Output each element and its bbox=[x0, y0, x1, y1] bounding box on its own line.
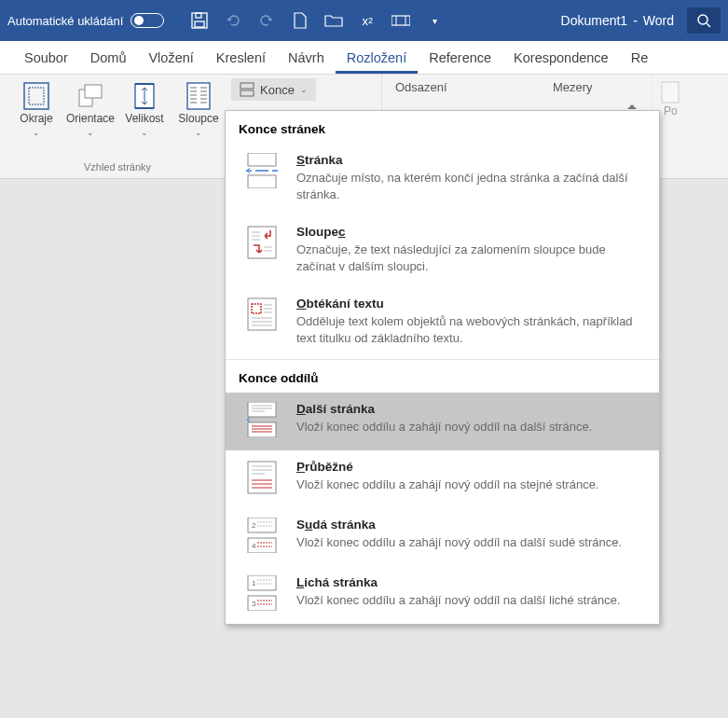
even-page-icon: 24 bbox=[246, 518, 278, 553]
open-folder-icon[interactable] bbox=[324, 11, 343, 30]
tab-korespondence[interactable]: Korespondence bbox=[502, 43, 620, 74]
tab-re[interactable]: Re bbox=[620, 43, 660, 74]
svg-rect-28 bbox=[240, 90, 254, 96]
section-header-oddil: Konce oddílů bbox=[226, 359, 659, 393]
menu-item-desc: Vloží konec oddílu a zahájí nový oddíl n… bbox=[296, 419, 642, 435]
section-header-pages: Konce stránek bbox=[226, 111, 659, 144]
odsazeni-label: Odsazení bbox=[382, 75, 540, 98]
svg-rect-1 bbox=[196, 13, 201, 18]
superscript-icon[interactable]: x2 bbox=[358, 11, 377, 30]
menu-item-title: Lichá stránka bbox=[296, 575, 642, 589]
svg-text:3: 3 bbox=[252, 600, 256, 608]
menu-item-desc: Odděluje text kolem objektů na webových … bbox=[296, 313, 642, 346]
menu-item-suda[interactable]: 24 Sudá stránka Vloží konec oddílu a zah… bbox=[226, 508, 659, 566]
velikost-button[interactable]: Velikost⌄ bbox=[117, 78, 172, 137]
tab-domu[interactable]: Domů bbox=[79, 43, 138, 74]
tab-navrh[interactable]: Návrh bbox=[277, 43, 336, 74]
menu-item-sloupec[interactable]: Sloupec Označuje, že text následující za… bbox=[226, 215, 659, 287]
svg-text:4: 4 bbox=[252, 542, 256, 550]
menu-item-obtekani[interactable]: Obtékání textu Odděluje text kolem objek… bbox=[226, 287, 659, 359]
menu-item-title: Další stránka bbox=[296, 402, 642, 416]
breaks-icon bbox=[240, 82, 254, 97]
svg-rect-32 bbox=[248, 227, 276, 258]
continuous-icon bbox=[246, 460, 278, 495]
svg-rect-11 bbox=[85, 85, 102, 98]
layout-icon[interactable] bbox=[391, 11, 410, 30]
menu-item-dalsi-stranka[interactable]: Další stránka Vloží konec oddílu a zaháj… bbox=[226, 393, 659, 450]
menu-item-desc: Označuje místo, na kterém končí jedna st… bbox=[296, 170, 642, 202]
save-icon[interactable] bbox=[190, 11, 209, 30]
menu-item-desc: Vloží konec oddílu a zahájí nový oddíl n… bbox=[296, 476, 642, 493]
tab-kresleni[interactable]: Kreslení bbox=[205, 43, 277, 74]
konce-dropdown: Konce stránek Stránka Označuje místo, na… bbox=[225, 110, 660, 625]
odd-page-icon: 13 bbox=[246, 575, 278, 611]
svg-rect-8 bbox=[24, 83, 48, 109]
svg-rect-30 bbox=[248, 153, 276, 166]
okraje-button[interactable]: Okraje⌄ bbox=[9, 78, 63, 137]
ribbon-tabs: Soubor Domů Vložení Kreslení Návrh Rozlo… bbox=[0, 41, 728, 75]
group-caption: Vzhled stránky bbox=[84, 161, 151, 176]
sloupce-button[interactable]: Sloupce⌄ bbox=[172, 78, 226, 137]
svg-text:2: 2 bbox=[252, 521, 256, 530]
redo-icon[interactable] bbox=[257, 11, 276, 30]
autosave-label: Automatické ukládání bbox=[7, 14, 123, 28]
svg-rect-27 bbox=[240, 83, 254, 89]
menu-item-title: Stránka bbox=[296, 153, 642, 167]
menu-item-desc: Označuje, že text následující za zalomen… bbox=[296, 242, 642, 274]
svg-rect-29 bbox=[662, 82, 679, 103]
title-bar: Automatické ukládání x2 ▾ Dokument1-Word bbox=[0, 0, 728, 41]
tab-soubor[interactable]: Soubor bbox=[13, 43, 79, 74]
search-button[interactable] bbox=[687, 7, 721, 34]
menu-item-title: Obtékání textu bbox=[296, 297, 642, 311]
menu-item-desc: Vloží konec oddílu a zahájí nový oddíl n… bbox=[296, 592, 642, 609]
svg-point-6 bbox=[698, 15, 707, 24]
svg-rect-31 bbox=[248, 175, 276, 188]
menu-item-stranka[interactable]: Stránka Označuje místo, na kterém končí … bbox=[226, 144, 659, 215]
svg-rect-46 bbox=[248, 402, 276, 417]
svg-rect-16 bbox=[187, 83, 210, 109]
mezery-label: Mezery bbox=[540, 75, 652, 98]
document-title: Dokument1-Word bbox=[561, 13, 674, 28]
menu-item-prubezne[interactable]: Průběžné Vloží konec oddílu a zahájí nov… bbox=[226, 450, 659, 508]
new-file-icon[interactable] bbox=[291, 11, 309, 30]
menu-item-desc: Vloží konec oddílu a zahájí nový oddíl n… bbox=[296, 534, 642, 551]
tab-vlozeni[interactable]: Vložení bbox=[137, 43, 204, 74]
autosave-toggle[interactable] bbox=[130, 13, 164, 28]
next-page-icon bbox=[246, 402, 278, 437]
svg-text:1: 1 bbox=[252, 579, 256, 587]
text-wrap-icon bbox=[246, 297, 278, 332]
page-break-icon bbox=[246, 153, 278, 188]
qat-customize-icon[interactable]: ▾ bbox=[425, 11, 444, 30]
konce-button[interactable]: Konce⌄ bbox=[231, 78, 316, 101]
menu-item-title: Sloupec bbox=[296, 225, 642, 239]
svg-rect-2 bbox=[195, 21, 204, 27]
undo-icon[interactable] bbox=[224, 11, 242, 30]
menu-item-title: Průběžné bbox=[296, 460, 642, 474]
svg-rect-3 bbox=[391, 16, 410, 25]
svg-rect-50 bbox=[248, 422, 276, 437]
tab-rozlozeni[interactable]: Rozložení bbox=[336, 43, 418, 74]
tab-reference[interactable]: Reference bbox=[418, 43, 502, 74]
menu-item-licha[interactable]: 13 Lichá stránka Vloží konec oddílu a za… bbox=[226, 566, 659, 624]
orientace-button[interactable]: Orientace⌄ bbox=[63, 78, 117, 137]
menu-item-title: Sudá stránka bbox=[296, 518, 642, 532]
column-break-icon bbox=[246, 225, 278, 260]
svg-line-7 bbox=[707, 23, 710, 27]
svg-rect-9 bbox=[29, 88, 44, 104]
